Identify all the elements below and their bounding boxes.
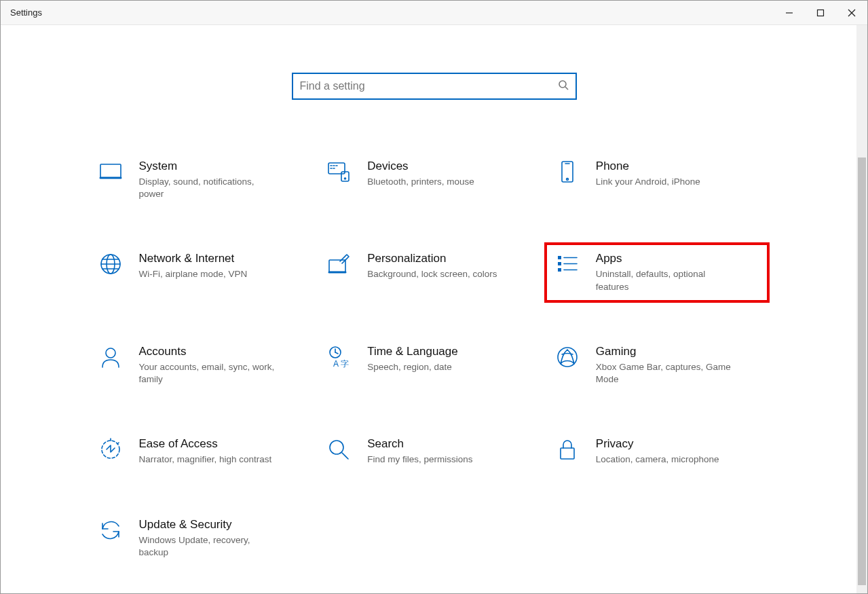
svg-text:A: A: [333, 359, 339, 369]
minimize-button[interactable]: [774, 1, 805, 24]
svg-rect-42: [561, 448, 574, 459]
svg-line-5: [565, 87, 568, 90]
svg-rect-1: [818, 10, 824, 16]
tile-title: Apps: [596, 252, 732, 265]
tile-title: Personalization: [367, 252, 497, 265]
tile-desc: Windows Update, recovery, backup: [139, 534, 275, 559]
svg-point-15: [345, 178, 346, 179]
svg-rect-16: [562, 162, 573, 182]
maximize-button[interactable]: [805, 1, 836, 24]
window-controls: [774, 1, 867, 24]
scrollbar[interactable]: [856, 25, 867, 593]
tile-title: Update & Security: [139, 518, 275, 532]
tile-phone[interactable]: Phone Link your Android, iPhone: [548, 154, 766, 206]
accounts-icon: [98, 345, 123, 369]
content-area: System Display, sound, notifications, po…: [1, 25, 867, 593]
tile-desc: Speech, region, date: [367, 361, 458, 373]
tile-personalization[interactable]: Personalization Background, lock screen,…: [320, 246, 537, 298]
tile-search[interactable]: Search Find my files, permissions: [320, 432, 537, 471]
tile-title: Ease of Access: [139, 437, 272, 451]
tile-title: Gaming: [596, 345, 732, 358]
tile-system[interactable]: System Display, sound, notifications, po…: [92, 154, 309, 206]
tile-time-language[interactable]: A字 Time & Language Speech, region, date: [320, 339, 537, 391]
personalization-icon: [326, 252, 351, 276]
scrollbar-thumb[interactable]: [858, 157, 866, 585]
tile-desc: Background, lock screen, colors: [367, 268, 497, 280]
svg-text:字: 字: [341, 359, 349, 369]
window-title: Settings: [1, 7, 42, 18]
svg-rect-28: [558, 262, 561, 265]
devices-icon: [326, 160, 351, 184]
tile-desc: Xbox Game Bar, captures, Game Mode: [596, 361, 732, 386]
tile-desc: Location, camera, microphone: [596, 453, 719, 466]
phone-icon: [555, 160, 580, 184]
tile-title: Privacy: [596, 437, 719, 451]
svg-rect-30: [558, 268, 561, 272]
tile-desc: Wi-Fi, airplane mode, VPN: [139, 268, 248, 280]
time-language-icon: A字: [326, 345, 351, 369]
tile-title: Phone: [596, 160, 700, 173]
tile-update-security[interactable]: Update & Security Windows Update, recove…: [92, 513, 309, 564]
ease-of-access-icon: [98, 437, 123, 462]
tile-desc: Narrator, magnifier, high contrast: [139, 453, 272, 466]
tile-desc: Link your Android, iPhone: [596, 176, 700, 188]
tile-accounts[interactable]: Accounts Your accounts, email, sync, wor…: [92, 339, 309, 391]
search-box[interactable]: [292, 73, 577, 100]
tile-title: Search: [367, 437, 472, 451]
tile-title: Accounts: [139, 345, 275, 358]
search-icon: [558, 79, 569, 93]
tile-network-internet[interactable]: Network & Internet Wi-Fi, airplane mode,…: [92, 246, 309, 298]
svg-line-35: [335, 352, 338, 354]
update-icon: [98, 518, 123, 542]
tile-desc: Your accounts, email, sync, work, family: [139, 361, 275, 386]
lock-icon: [555, 437, 580, 462]
svg-point-18: [566, 179, 568, 181]
search-category-icon: [326, 437, 351, 462]
close-button[interactable]: [836, 1, 867, 24]
tile-desc: Display, sound, notifications, power: [139, 176, 275, 200]
tile-privacy[interactable]: Privacy Location, camera, microphone: [548, 432, 766, 471]
tile-apps[interactable]: Apps Uninstall, defaults, optional featu…: [548, 246, 766, 298]
tile-title: Time & Language: [367, 345, 458, 358]
tile-desc: Find my files, permissions: [367, 453, 472, 466]
apps-icon: [555, 252, 580, 276]
svg-point-40: [330, 441, 343, 454]
tile-desc: Bluetooth, printers, mouse: [367, 176, 474, 188]
svg-line-41: [342, 453, 348, 459]
svg-rect-26: [558, 256, 561, 259]
tile-title: System: [139, 160, 275, 173]
tile-devices[interactable]: Devices Bluetooth, printers, mouse: [320, 154, 537, 206]
search-input[interactable]: [300, 80, 558, 92]
tile-gaming[interactable]: Gaming Xbox Game Bar, captures, Game Mod…: [548, 339, 766, 391]
display-icon: [98, 160, 123, 184]
svg-rect-6: [100, 164, 121, 178]
globe-icon: [98, 252, 123, 276]
tile-title: Devices: [367, 160, 474, 173]
svg-point-32: [106, 348, 115, 358]
tile-title: Network & Internet: [139, 252, 248, 265]
titlebar: Settings: [1, 1, 867, 25]
gaming-icon: [555, 345, 580, 369]
settings-grid: System Display, sound, notifications, po…: [92, 154, 777, 564]
svg-point-4: [559, 81, 566, 88]
tile-ease-of-access[interactable]: Ease of Access Narrator, magnifier, high…: [92, 432, 309, 471]
tile-desc: Uninstall, defaults, optional features: [596, 268, 732, 293]
